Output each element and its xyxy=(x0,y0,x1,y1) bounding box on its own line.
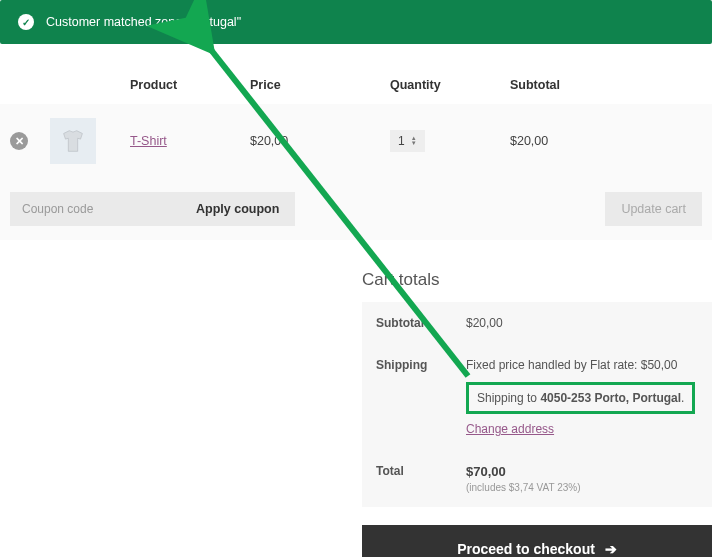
col-quantity: Quantity xyxy=(380,66,500,104)
qty-value: 1 xyxy=(398,134,405,148)
total-label: Total xyxy=(376,464,466,493)
checkout-label: Proceed to checkout xyxy=(457,541,595,557)
arrow-right-icon: ➔ xyxy=(605,541,617,557)
subtotal-value: $20,00 xyxy=(466,316,698,330)
cart-totals: Cart totals Subtotal $20,00 Shipping Fix… xyxy=(362,270,712,557)
cart-row: ✕ T-Shirt $20,00 1 xyxy=(0,104,712,178)
shipping-method: Fixed price handled by Flat rate: $50,00 xyxy=(466,358,698,372)
apply-coupon-button[interactable]: Apply coupon xyxy=(180,192,295,226)
remove-item-button[interactable]: ✕ xyxy=(10,132,28,150)
shipping-to-address: 4050-253 Porto, Portugal xyxy=(540,391,681,405)
notice-text: Customer matched zone "Portugal" xyxy=(46,15,241,29)
change-address-link[interactable]: Change address xyxy=(466,422,554,436)
tshirt-icon xyxy=(58,126,88,156)
col-subtotal: Subtotal xyxy=(500,66,712,104)
col-product: Product xyxy=(120,66,240,104)
shipping-to-suffix: . xyxy=(681,391,684,405)
col-price: Price xyxy=(240,66,380,104)
product-thumbnail[interactable] xyxy=(50,118,96,164)
quantity-stepper[interactable]: 1 ▲▼ xyxy=(390,130,425,152)
cart-table-wrap: Product Price Quantity Subtotal ✕ xyxy=(0,66,712,240)
success-notice: ✓ Customer matched zone "Portugal" xyxy=(0,0,712,44)
shipping-label: Shipping xyxy=(376,358,466,372)
proceed-to-checkout-button[interactable]: Proceed to checkout ➔ xyxy=(362,525,712,557)
product-link[interactable]: T-Shirt xyxy=(130,134,167,148)
item-subtotal: $20,00 xyxy=(500,104,712,178)
subtotal-label: Subtotal xyxy=(376,316,466,330)
item-price: $20,00 xyxy=(240,104,380,178)
coupon-input[interactable] xyxy=(10,192,180,226)
cart-totals-heading: Cart totals xyxy=(362,270,712,290)
stepper-arrows-icon[interactable]: ▲▼ xyxy=(411,136,417,146)
shipping-destination-box: Shipping to 4050-253 Porto, Portugal. xyxy=(466,382,695,414)
vat-note: (includes $3,74 VAT 23%) xyxy=(466,482,698,493)
total-value: $70,00 xyxy=(466,464,698,479)
update-cart-button[interactable]: Update cart xyxy=(605,192,702,226)
checkmark-icon: ✓ xyxy=(18,14,34,30)
shipping-to-prefix: Shipping to xyxy=(477,391,540,405)
